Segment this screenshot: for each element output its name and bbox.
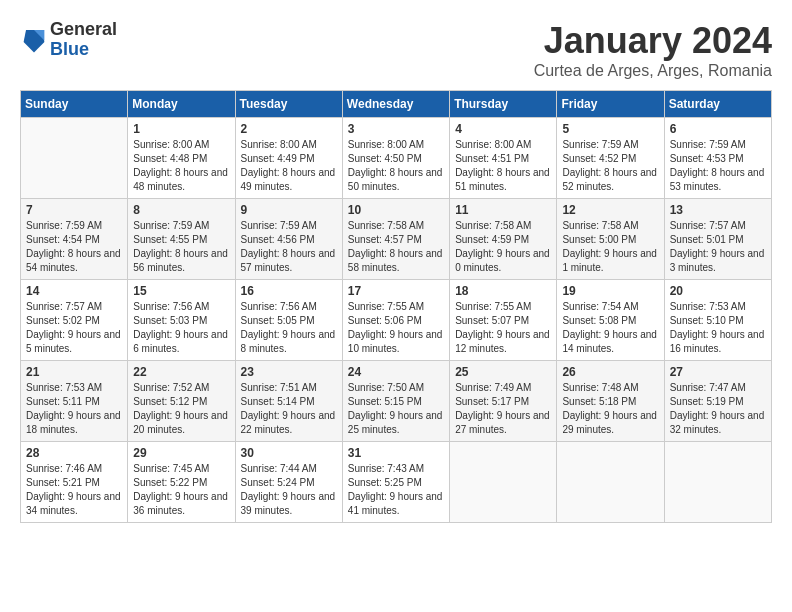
calendar-cell — [664, 442, 771, 523]
day-info: Sunrise: 7:59 AMSunset: 4:53 PMDaylight:… — [670, 138, 766, 194]
calendar-cell: 3Sunrise: 8:00 AMSunset: 4:50 PMDaylight… — [342, 118, 449, 199]
day-info: Sunrise: 7:57 AMSunset: 5:01 PMDaylight:… — [670, 219, 766, 275]
calendar-cell: 21Sunrise: 7:53 AMSunset: 5:11 PMDayligh… — [21, 361, 128, 442]
calendar-cell: 23Sunrise: 7:51 AMSunset: 5:14 PMDayligh… — [235, 361, 342, 442]
day-number: 31 — [348, 446, 444, 460]
day-number: 23 — [241, 365, 337, 379]
calendar-cell: 27Sunrise: 7:47 AMSunset: 5:19 PMDayligh… — [664, 361, 771, 442]
calendar-cell: 14Sunrise: 7:57 AMSunset: 5:02 PMDayligh… — [21, 280, 128, 361]
logo-blue-text: Blue — [50, 40, 117, 60]
day-number: 14 — [26, 284, 122, 298]
day-number: 10 — [348, 203, 444, 217]
day-info: Sunrise: 7:59 AMSunset: 4:54 PMDaylight:… — [26, 219, 122, 275]
day-number: 15 — [133, 284, 229, 298]
calendar-cell: 20Sunrise: 7:53 AMSunset: 5:10 PMDayligh… — [664, 280, 771, 361]
calendar-cell: 9Sunrise: 7:59 AMSunset: 4:56 PMDaylight… — [235, 199, 342, 280]
calendar-cell — [557, 442, 664, 523]
day-info: Sunrise: 7:55 AMSunset: 5:06 PMDaylight:… — [348, 300, 444, 356]
day-number: 19 — [562, 284, 658, 298]
day-number: 1 — [133, 122, 229, 136]
day-number: 30 — [241, 446, 337, 460]
header-day: Saturday — [664, 91, 771, 118]
day-number: 9 — [241, 203, 337, 217]
day-number: 25 — [455, 365, 551, 379]
day-number: 29 — [133, 446, 229, 460]
day-info: Sunrise: 8:00 AMSunset: 4:48 PMDaylight:… — [133, 138, 229, 194]
day-info: Sunrise: 8:00 AMSunset: 4:51 PMDaylight:… — [455, 138, 551, 194]
calendar-cell: 19Sunrise: 7:54 AMSunset: 5:08 PMDayligh… — [557, 280, 664, 361]
logo-general-text: General — [50, 20, 117, 40]
calendar-cell: 18Sunrise: 7:55 AMSunset: 5:07 PMDayligh… — [450, 280, 557, 361]
day-number: 17 — [348, 284, 444, 298]
calendar-cell: 16Sunrise: 7:56 AMSunset: 5:05 PMDayligh… — [235, 280, 342, 361]
location-title: Curtea de Arges, Arges, Romania — [534, 62, 772, 80]
calendar-cell: 22Sunrise: 7:52 AMSunset: 5:12 PMDayligh… — [128, 361, 235, 442]
calendar-cell: 4Sunrise: 8:00 AMSunset: 4:51 PMDaylight… — [450, 118, 557, 199]
day-info: Sunrise: 7:52 AMSunset: 5:12 PMDaylight:… — [133, 381, 229, 437]
day-number: 13 — [670, 203, 766, 217]
day-info: Sunrise: 7:56 AMSunset: 5:03 PMDaylight:… — [133, 300, 229, 356]
day-number: 28 — [26, 446, 122, 460]
logo-icon — [22, 26, 46, 54]
header: General Blue January 2024 Curtea de Arge… — [20, 20, 772, 80]
calendar-week-row: 14Sunrise: 7:57 AMSunset: 5:02 PMDayligh… — [21, 280, 772, 361]
calendar-cell — [21, 118, 128, 199]
day-info: Sunrise: 8:00 AMSunset: 4:50 PMDaylight:… — [348, 138, 444, 194]
day-info: Sunrise: 7:57 AMSunset: 5:02 PMDaylight:… — [26, 300, 122, 356]
day-info: Sunrise: 8:00 AMSunset: 4:49 PMDaylight:… — [241, 138, 337, 194]
day-info: Sunrise: 7:53 AMSunset: 5:11 PMDaylight:… — [26, 381, 122, 437]
day-number: 21 — [26, 365, 122, 379]
day-number: 27 — [670, 365, 766, 379]
calendar-cell: 2Sunrise: 8:00 AMSunset: 4:49 PMDaylight… — [235, 118, 342, 199]
header-day: Sunday — [21, 91, 128, 118]
calendar-cell: 15Sunrise: 7:56 AMSunset: 5:03 PMDayligh… — [128, 280, 235, 361]
day-info: Sunrise: 7:51 AMSunset: 5:14 PMDaylight:… — [241, 381, 337, 437]
day-info: Sunrise: 7:55 AMSunset: 5:07 PMDaylight:… — [455, 300, 551, 356]
calendar-table: SundayMondayTuesdayWednesdayThursdayFrid… — [20, 90, 772, 523]
day-info: Sunrise: 7:50 AMSunset: 5:15 PMDaylight:… — [348, 381, 444, 437]
day-number: 5 — [562, 122, 658, 136]
day-number: 24 — [348, 365, 444, 379]
day-number: 26 — [562, 365, 658, 379]
calendar-week-row: 21Sunrise: 7:53 AMSunset: 5:11 PMDayligh… — [21, 361, 772, 442]
day-info: Sunrise: 7:59 AMSunset: 4:55 PMDaylight:… — [133, 219, 229, 275]
calendar-cell: 25Sunrise: 7:49 AMSunset: 5:17 PMDayligh… — [450, 361, 557, 442]
day-info: Sunrise: 7:58 AMSunset: 4:57 PMDaylight:… — [348, 219, 444, 275]
calendar-week-row: 28Sunrise: 7:46 AMSunset: 5:21 PMDayligh… — [21, 442, 772, 523]
calendar-cell: 7Sunrise: 7:59 AMSunset: 4:54 PMDaylight… — [21, 199, 128, 280]
day-info: Sunrise: 7:45 AMSunset: 5:22 PMDaylight:… — [133, 462, 229, 518]
day-number: 8 — [133, 203, 229, 217]
day-info: Sunrise: 7:43 AMSunset: 5:25 PMDaylight:… — [348, 462, 444, 518]
day-info: Sunrise: 7:49 AMSunset: 5:17 PMDaylight:… — [455, 381, 551, 437]
day-info: Sunrise: 7:48 AMSunset: 5:18 PMDaylight:… — [562, 381, 658, 437]
day-number: 18 — [455, 284, 551, 298]
calendar-cell: 31Sunrise: 7:43 AMSunset: 5:25 PMDayligh… — [342, 442, 449, 523]
calendar-cell: 13Sunrise: 7:57 AMSunset: 5:01 PMDayligh… — [664, 199, 771, 280]
calendar-cell: 5Sunrise: 7:59 AMSunset: 4:52 PMDaylight… — [557, 118, 664, 199]
calendar-week-row: 7Sunrise: 7:59 AMSunset: 4:54 PMDaylight… — [21, 199, 772, 280]
calendar-cell: 29Sunrise: 7:45 AMSunset: 5:22 PMDayligh… — [128, 442, 235, 523]
month-title: January 2024 — [534, 20, 772, 62]
calendar-body: 1Sunrise: 8:00 AMSunset: 4:48 PMDaylight… — [21, 118, 772, 523]
day-info: Sunrise: 7:46 AMSunset: 5:21 PMDaylight:… — [26, 462, 122, 518]
day-number: 20 — [670, 284, 766, 298]
day-number: 7 — [26, 203, 122, 217]
calendar-cell: 28Sunrise: 7:46 AMSunset: 5:21 PMDayligh… — [21, 442, 128, 523]
day-number: 3 — [348, 122, 444, 136]
logo-text: General Blue — [50, 20, 117, 60]
day-number: 11 — [455, 203, 551, 217]
calendar-header: SundayMondayTuesdayWednesdayThursdayFrid… — [21, 91, 772, 118]
day-info: Sunrise: 7:59 AMSunset: 4:56 PMDaylight:… — [241, 219, 337, 275]
calendar-cell: 26Sunrise: 7:48 AMSunset: 5:18 PMDayligh… — [557, 361, 664, 442]
day-info: Sunrise: 7:58 AMSunset: 4:59 PMDaylight:… — [455, 219, 551, 275]
day-info: Sunrise: 7:47 AMSunset: 5:19 PMDaylight:… — [670, 381, 766, 437]
calendar-cell: 11Sunrise: 7:58 AMSunset: 4:59 PMDayligh… — [450, 199, 557, 280]
header-day: Monday — [128, 91, 235, 118]
day-number: 4 — [455, 122, 551, 136]
day-info: Sunrise: 7:44 AMSunset: 5:24 PMDaylight:… — [241, 462, 337, 518]
calendar-cell: 10Sunrise: 7:58 AMSunset: 4:57 PMDayligh… — [342, 199, 449, 280]
day-info: Sunrise: 7:56 AMSunset: 5:05 PMDaylight:… — [241, 300, 337, 356]
calendar-cell: 24Sunrise: 7:50 AMSunset: 5:15 PMDayligh… — [342, 361, 449, 442]
calendar-cell: 12Sunrise: 7:58 AMSunset: 5:00 PMDayligh… — [557, 199, 664, 280]
header-day: Wednesday — [342, 91, 449, 118]
